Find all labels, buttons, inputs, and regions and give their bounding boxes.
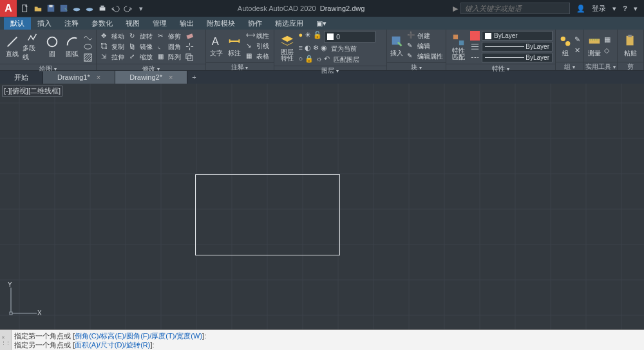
- layer-properties-button[interactable]: 图层特性: [277, 33, 298, 62]
- explode-icon[interactable]: [185, 42, 194, 51]
- expand-icon[interactable]: ▾: [419, 65, 422, 71]
- expand-icon[interactable]: ▾: [613, 64, 616, 70]
- open-icon[interactable]: [32, 3, 44, 14]
- expand-icon[interactable]: ▾: [336, 68, 339, 74]
- layer-on-icon[interactable]: ◉: [321, 44, 327, 53]
- linetype-icon[interactable]: [470, 53, 480, 62]
- trim-button[interactable]: ✂修剪: [156, 32, 183, 41]
- ungroup-icon[interactable]: ✕: [574, 46, 584, 56]
- spline-icon[interactable]: [83, 31, 93, 41]
- command-handle-icon[interactable]: ✕⋮⋮: [0, 330, 12, 350]
- login-button[interactable]: 登录: [592, 4, 606, 14]
- search-input[interactable]: [460, 3, 570, 14]
- copy-button[interactable]: ⿻复制: [99, 42, 126, 51]
- lineweight-icon[interactable]: [470, 42, 480, 51]
- layer-current-button[interactable]: 置为当前: [329, 44, 359, 53]
- ellipse-icon[interactable]: [83, 42, 93, 51]
- tab-drawing2[interactable]: Drawing2*×: [115, 71, 187, 84]
- undo-icon[interactable]: [109, 3, 121, 14]
- line-button[interactable]: 直线: [3, 32, 21, 62]
- layer-thaw-icon[interactable]: ☼: [316, 55, 322, 64]
- layer-frz-icon[interactable]: ❄: [313, 44, 319, 53]
- tab-view[interactable]: 视图: [119, 17, 146, 30]
- save-icon[interactable]: [45, 3, 57, 14]
- hatch-icon[interactable]: [83, 53, 93, 62]
- cloud-open-icon[interactable]: [71, 3, 82, 14]
- layer-prev-icon[interactable]: ↶: [324, 55, 330, 64]
- expand-icon[interactable]: ▾: [573, 64, 575, 70]
- linear-button[interactable]: ⟷线性: [244, 31, 271, 41]
- block-edit-button[interactable]: ✎编辑: [405, 41, 445, 51]
- layer-make-icon[interactable]: ≡: [299, 44, 303, 53]
- stretch-button[interactable]: ⇲拉伸: [99, 52, 126, 62]
- tab-featured[interactable]: 精选应用: [269, 17, 310, 30]
- layer-off-icon[interactable]: ○: [299, 55, 303, 64]
- tab-collab[interactable]: 协作: [242, 17, 269, 30]
- drawing-canvas[interactable]: [-][俯视][二维线框] X Y: [0, 84, 644, 329]
- layer-iso-icon[interactable]: ◐: [305, 44, 311, 53]
- basket-icon[interactable]: ▾: [612, 5, 616, 13]
- saveas-icon[interactable]: [58, 3, 70, 14]
- leader-button[interactable]: ↘引线: [244, 41, 271, 51]
- tab-output[interactable]: 输出: [173, 17, 200, 30]
- measure-button[interactable]: 测量: [587, 31, 602, 60]
- rotate-button[interactable]: ↻旋转: [128, 32, 155, 41]
- scale-button[interactable]: ⤢缩放: [128, 52, 155, 62]
- tab-insert[interactable]: 插入: [31, 17, 58, 30]
- linetype-select[interactable]: ByLayer: [482, 53, 553, 62]
- text-button[interactable]: A文字: [209, 32, 225, 61]
- qat-dropdown-icon[interactable]: ▾: [135, 3, 147, 14]
- group-button[interactable]: 组: [558, 31, 573, 60]
- layer-lock-icon[interactable]: 🔓: [313, 31, 322, 42]
- tab-manage[interactable]: 管理: [146, 17, 173, 30]
- tab-annotate[interactable]: 注释: [58, 17, 85, 30]
- new-icon[interactable]: [19, 3, 31, 14]
- offset-icon[interactable]: [185, 53, 194, 62]
- layer-lock2-icon[interactable]: 🔒: [305, 55, 314, 64]
- tab-overflow-icon[interactable]: ▣▾: [310, 18, 333, 29]
- color-icon[interactable]: [470, 31, 480, 41]
- person-icon[interactable]: 👤: [576, 5, 585, 13]
- redo-icon[interactable]: [122, 3, 134, 14]
- block-create-button[interactable]: ➕创建: [405, 31, 445, 41]
- expand-icon[interactable]: ▾: [245, 65, 248, 71]
- rectangle-object[interactable]: [195, 174, 340, 255]
- close-icon[interactable]: ×: [97, 73, 100, 81]
- point-icon[interactable]: ◇: [604, 46, 614, 56]
- paste-button[interactable]: 粘贴: [620, 31, 641, 60]
- app-logo[interactable]: A: [0, 0, 17, 17]
- close-icon[interactable]: ×: [169, 73, 173, 81]
- color-select[interactable]: ByLayer: [482, 31, 553, 41]
- print-icon[interactable]: [97, 3, 108, 14]
- block-editattr-button[interactable]: ✎编辑属性: [405, 51, 445, 61]
- window-controls[interactable]: ▾: [634, 5, 638, 13]
- fillet-button[interactable]: ◟圆角: [156, 42, 183, 51]
- layer-lightbulb-icon[interactable]: ●: [299, 31, 303, 42]
- layer-match-button[interactable]: 匹配图层: [332, 55, 361, 64]
- insert-block-button[interactable]: 插入: [390, 32, 404, 61]
- command-line[interactable]: ✕⋮⋮ 指定第一个角点或 [倒角(C)/标高(E)/圆角(F)/厚度(T)/宽度…: [0, 329, 644, 350]
- arc-button[interactable]: 圆弧: [62, 32, 81, 62]
- array-button[interactable]: ▦阵列: [156, 52, 183, 62]
- polyline-button[interactable]: 多段线: [23, 32, 41, 62]
- lineweight-select[interactable]: ByLayer: [482, 42, 553, 51]
- match-props-button[interactable]: 特性匹配: [449, 32, 468, 62]
- calc-icon[interactable]: ▦: [604, 35, 614, 45]
- circle-button[interactable]: 圆: [43, 32, 61, 62]
- table-button[interactable]: ▦表格: [244, 51, 271, 61]
- layer-select[interactable]: 0: [324, 31, 375, 42]
- erase-icon[interactable]: [185, 31, 194, 41]
- tab-parametric[interactable]: 参数化: [85, 17, 119, 30]
- tab-default[interactable]: 默认: [4, 17, 31, 30]
- tab-addins[interactable]: 附加模块: [200, 17, 242, 30]
- new-tab-button[interactable]: +: [187, 71, 200, 84]
- help-icon[interactable]: ?: [623, 5, 627, 12]
- tab-start[interactable]: 开始: [0, 71, 43, 84]
- group-edit-icon[interactable]: ✎: [574, 35, 584, 45]
- tab-drawing1[interactable]: Drawing1*×: [43, 71, 115, 84]
- cloud-save-icon[interactable]: [84, 3, 95, 14]
- dimension-button[interactable]: 标注: [226, 32, 243, 61]
- move-button[interactable]: ✥移动: [99, 32, 126, 41]
- expand-icon[interactable]: ▾: [507, 66, 509, 72]
- layer-sun-icon[interactable]: ☀: [305, 31, 311, 42]
